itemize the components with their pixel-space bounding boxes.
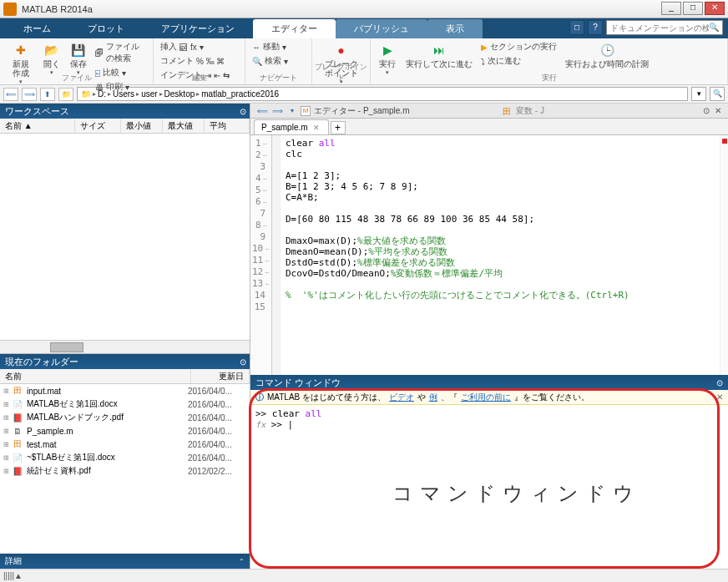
tab-view[interactable]: 表示 [427,19,483,38]
command-window-header[interactable]: コマンド ウィンドウ⊙ [250,375,728,390]
info-icon: ⓘ [255,392,264,403]
group-edit-label: 編集 [154,73,245,84]
group-file-label: ファイル [0,73,153,84]
insert-button[interactable]: 挿入 🗟 fx ▾ [159,40,231,53]
file-tab-label: P_sample.m [261,123,308,132]
advance-icon: ⏭ [431,42,447,58]
group-bp-label: ブレークポイント [312,62,370,84]
group-run-label: 実行 [371,73,727,84]
find-icon: 🔍 [252,57,262,66]
annotation-label: コマンドウィンドウ [392,480,640,507]
ribbon-collapse-icon[interactable]: □ [569,20,584,35]
new-tab-button[interactable]: + [331,121,346,134]
doc-search[interactable]: 🔍 [606,20,723,35]
list-item[interactable]: ⊞📄MATLABゼミ第1回.docx2016/04/0... [0,397,250,411]
current-folder-panel: 現在のフォルダー⊙ 名前 更新日 ⊞田input.mat2016/04/0...… [0,354,250,554]
ws-col-mean[interactable]: 平均 [205,119,250,133]
command-window-body[interactable]: >> clear all fx >> | コマンドウィンドウ [250,405,728,569]
minimize-button[interactable]: _ [661,2,681,15]
clock-icon: 🕒 [599,42,615,58]
run-section-button[interactable]: ▶セクションの実行 [479,40,559,53]
window-titlebar: MATLAB R2014a _ □ ✕ [0,0,728,18]
file-tab-active[interactable]: P_sample.m✕ [254,119,329,134]
code-area[interactable]: clear allclc A=[1 2 3];B=[1 2 3; 4 5 6; … [281,135,720,375]
path-seg[interactable]: Desktop [164,89,195,99]
search-icon: 🔍 [709,23,719,33]
ws-col-max[interactable]: 最大値 [163,119,205,133]
toolstrip: ✚新規作成▾ 📂開く▾ 💾保存▾ 🗐ファイルの検索 ⍇比較 ▾ 🖶印刷 ▾ ファ… [0,38,728,85]
workspace-header[interactable]: ワークスペース⊙ [0,104,250,119]
editor-body[interactable]: 1−2−3 4−5−6−7 8−9 10−11−12−13−14 15 clea… [250,135,728,375]
curfolder-body: ⊞田input.mat2016/04/0...⊞📄MATLABゼミ第1回.doc… [0,384,250,554]
breakpoint-gutter[interactable] [272,135,281,375]
cmd-link-video[interactable]: ビデオ [389,392,414,403]
step-button[interactable]: ⤵次に進む [479,54,559,68]
workspace-title: ワークスペース [5,105,69,118]
path-seg[interactable]: matlab_practice2016 [201,89,279,99]
tab-editor[interactable]: エディター [253,19,336,38]
maximize-button[interactable]: □ [683,2,703,15]
curfolder-header[interactable]: 現在のフォルダー⊙ [0,354,250,369]
fx-icon: fx [190,43,197,52]
ws-col-name[interactable]: 名前 ▲ [0,119,75,133]
breakpoint-icon: ● [333,42,350,58]
list-item[interactable]: ⊞📄~$TLABゼミ第1回.docx2016/04/0... [0,451,250,464]
close-button[interactable]: ✕ [705,2,725,15]
editor-fwd-icon[interactable]: ⟹ [270,105,284,117]
cf-col-name[interactable]: 名前 [0,369,191,383]
comment-button[interactable]: コメント % ‰ ⌘ [159,54,231,68]
ws-col-min[interactable]: 最小値 [121,119,163,133]
workspace-hscroll[interactable] [0,340,250,353]
findfiles-icon: 🗐 [95,48,104,58]
cmd-link-examples[interactable]: 例 [429,392,437,403]
details-panel[interactable]: 詳細⌃ [0,554,250,569]
file-tabs: P_sample.m✕ + [250,119,728,135]
find-button[interactable]: 🔍検索 ▾ [250,54,290,68]
list-item[interactable]: ⊞📕統計ゼミ資料.pdf2012/02/2... [0,464,250,478]
path-search-icon[interactable]: 🔍 [710,87,725,101]
vars-icon: 田 [503,106,513,116]
code-minimap[interactable] [720,135,728,375]
doc-search-input[interactable] [610,23,709,33]
address-bar[interactable]: 📁 ▸D: ▸Users ▸user ▸Desktop ▸matlab_prac… [77,87,688,101]
tab-plot[interactable]: プロット [69,19,143,38]
workspace-panel: ワークスペース⊙ 名前 ▲ サイズ 最小値 最大値 平均 [0,104,250,354]
cmd-menu-icon[interactable]: ⊙ [716,378,723,387]
file-tab-close-icon[interactable]: ✕ [313,124,320,132]
run-advance-button[interactable]: ⏭実行して次に進む [402,40,476,70]
curfolder-menu-icon[interactable]: ⊙ [240,357,246,367]
editor-panel: ⟸ ⟹ ▾ Mエディター - P_sample.m ⊙ ✕ 田 変数 - J P… [250,104,728,375]
cmd-link-getting-started[interactable]: ご利用の前に [461,392,511,403]
print-icon: 🖶 [95,83,104,92]
list-item[interactable]: ⊞📕MATLABハンドブック.pdf2016/04/0... [0,411,250,424]
tab-apps[interactable]: アプリケーション [143,19,253,38]
list-item[interactable]: ⊞🗎P_sample.m2016/04/0... [0,424,250,438]
tab-home[interactable]: ホーム [5,19,69,38]
vars-title: 変数 - J [516,105,544,117]
path-dropdown[interactable]: ▾ [691,87,706,101]
ws-col-size[interactable]: サイズ [75,119,121,133]
editor-history-icon[interactable]: ▾ [286,105,299,117]
editor-doc-icon: M [301,106,311,116]
editor-title: エディター - P_sample.m [314,105,409,117]
window-title: MATLAB R2014a [22,4,93,14]
editor-back-icon[interactable]: ⟸ [255,105,269,117]
editor-title-group: Mエディター - P_sample.m [301,105,409,117]
tab-publish[interactable]: パブリッシュ [336,19,427,38]
warning-mark [722,139,727,144]
findfiles-button[interactable]: 🗐ファイルの検索 [94,40,148,65]
cf-col-date[interactable]: 更新日 [191,369,250,383]
details-expand-icon[interactable]: ⌃ [239,558,245,565]
list-item[interactable]: ⊞田test.mat2016/04/0... [0,438,250,451]
workspace-body [0,134,250,353]
details-title: 詳細 [5,555,22,567]
help-icon[interactable]: ? [588,20,603,35]
info-close-icon[interactable]: ✕ [716,392,723,402]
workspace-menu-icon[interactable]: ⊙ [240,107,246,116]
status-bar: |||||▲ [0,569,728,582]
matlab-icon [3,3,17,16]
list-item[interactable]: ⊞田input.mat2016/04/0... [0,384,250,397]
run-time-button[interactable]: 🕒実行および時間の計測 [562,40,652,70]
goto-button[interactable]: ↔移動 ▾ [250,40,290,53]
curfolder-title: 現在のフォルダー [5,356,78,368]
